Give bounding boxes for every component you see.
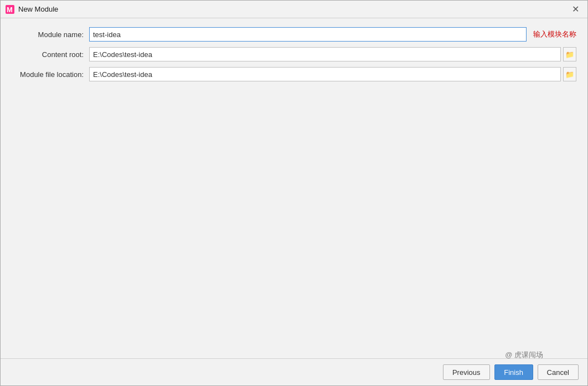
content-root-input[interactable] [89,47,561,61]
module-name-hint: 输入模块名称 [533,29,576,39]
module-file-location-row: Module file location: 📁 [12,67,576,81]
module-name-label: Module name: [12,30,89,39]
module-file-location-label: Module file location: [12,70,89,79]
svg-text:M: M [7,6,13,14]
module-name-input[interactable] [89,27,527,42]
module-file-location-input-wrapper: 📁 [89,67,576,81]
content-root-input-wrapper: 📁 [89,47,576,61]
content-root-browse-button[interactable]: 📁 [563,47,576,61]
previous-button[interactable]: Previous [443,364,490,380]
module-file-location-input[interactable] [89,67,561,81]
folder-icon: 📁 [565,70,574,79]
dialog-title: New Module [18,5,568,13]
finish-button[interactable]: Finish [494,364,533,380]
content-root-row: Content root: 📁 [12,47,576,61]
close-button[interactable]: ✕ [568,3,583,16]
watermark-text: @ 虎课闯场 [505,350,543,360]
watermark: @ 虎课闯场 [505,350,543,360]
content-root-label: Content root: [12,50,89,59]
title-bar: M New Module ✕ [1,1,587,18]
cancel-button[interactable]: Cancel [538,364,579,380]
dialog-footer: Previous Finish Cancel [1,358,587,385]
new-module-dialog: M New Module ✕ Module name: 输入模块名称 Conte… [0,0,588,386]
folder-icon: 📁 [565,50,574,59]
module-name-row: Module name: 输入模块名称 [12,27,576,42]
dialog-content: Module name: 输入模块名称 Content root: 📁 Modu… [1,18,587,358]
module-name-input-wrapper: 输入模块名称 [89,27,576,42]
app-icon: M [5,4,15,14]
module-file-location-browse-button[interactable]: 📁 [563,67,576,81]
